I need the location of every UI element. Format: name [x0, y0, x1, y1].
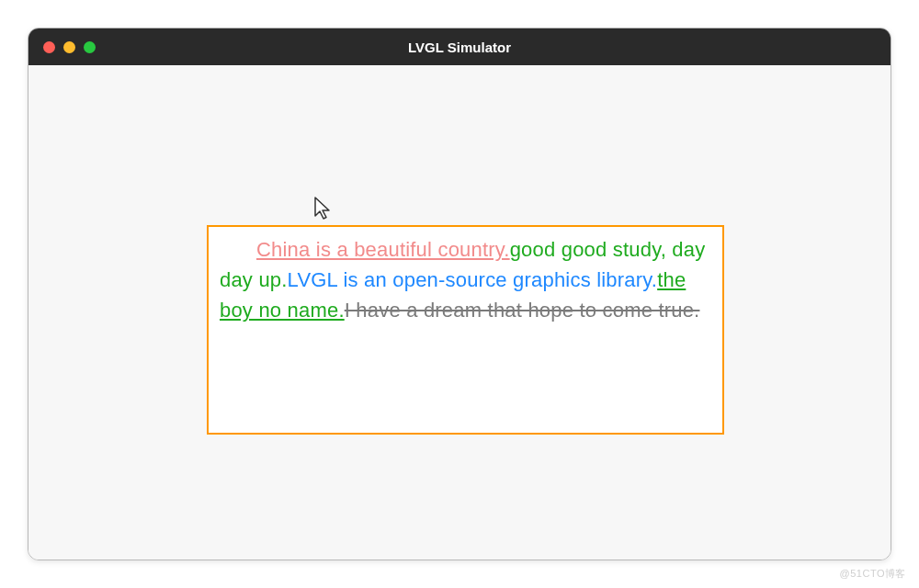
watermark: @51CTO博客 — [840, 567, 906, 581]
maximize-icon[interactable] — [84, 41, 96, 53]
cursor-icon — [313, 196, 334, 225]
app-window: LVGL Simulator China is a beautiful coun… — [28, 28, 891, 560]
traffic-lights — [43, 41, 96, 53]
span-container: China is a beautiful country.good good s… — [207, 225, 724, 435]
span-segment-5: I have a dream that hope to come true. — [345, 299, 700, 322]
close-icon[interactable] — [43, 41, 55, 53]
window-title: LVGL Simulator — [408, 40, 511, 55]
span-segment-3: LVGL is an open-source graphics library. — [288, 268, 658, 291]
titlebar: LVGL Simulator — [28, 28, 891, 65]
content-area: China is a beautiful country.good good s… — [28, 65, 891, 560]
span-segment-2a: good — [510, 238, 562, 261]
minimize-icon[interactable] — [63, 41, 75, 53]
span-segment-1: China is a beautiful country. — [256, 238, 510, 261]
